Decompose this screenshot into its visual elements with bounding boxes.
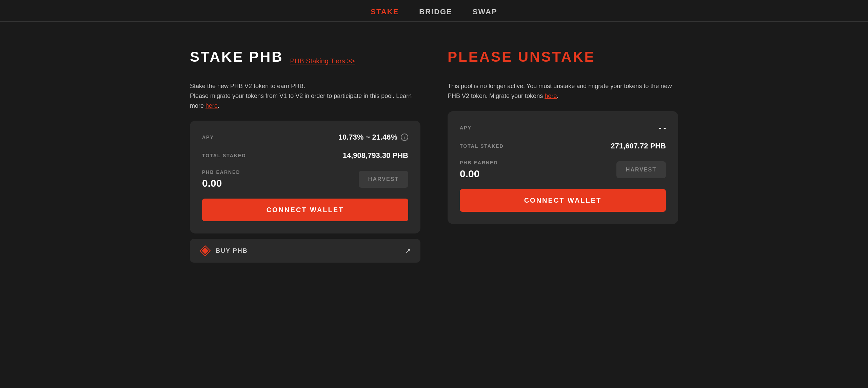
- unstake-apy-label: APY: [460, 125, 472, 130]
- unstake-earned-label-group: PHB EARNED 0.00: [460, 160, 498, 180]
- unstake-here-link[interactable]: here: [545, 93, 557, 99]
- phb-earned-value: 0.00: [202, 178, 240, 189]
- phb-earned-row: PHB EARNED 0.00 HARVEST: [202, 169, 408, 189]
- stake-description: Stake the new PHB V2 token to earn PHB. …: [190, 81, 420, 110]
- unstake-section: PLEASE UNSTAKE This pool is no longer ac…: [448, 49, 678, 263]
- unstake-phb-earned-label: PHB EARNED: [460, 160, 498, 165]
- total-staked-label: TOTAL STAKED: [202, 153, 246, 158]
- nav-item-bridge[interactable]: BRIDGE: [419, 7, 452, 16]
- stake-card: APY 10.73% ~ 21.46% i TOTAL STAKED 14,90…: [190, 121, 420, 233]
- main-content: STAKE PHB PHB Staking Tiers >> Stake the…: [0, 22, 868, 290]
- stake-title-row: STAKE PHB PHB Staking Tiers >>: [190, 49, 420, 73]
- staking-tiers-link[interactable]: PHB Staking Tiers >>: [290, 57, 355, 65]
- nav: STAKE BRIDGE SWAP: [371, 3, 497, 21]
- stake-learn-more-link[interactable]: here: [205, 102, 218, 109]
- unstake-title-row: PLEASE UNSTAKE: [448, 49, 678, 73]
- nav-item-swap[interactable]: SWAP: [473, 7, 497, 16]
- total-staked-row: TOTAL STAKED 14,908,793.30 PHB: [202, 151, 408, 160]
- phb-logo-icon: [199, 245, 211, 257]
- unstake-title: PLEASE UNSTAKE: [448, 49, 595, 65]
- stake-harvest-button[interactable]: HARVEST: [359, 171, 408, 188]
- stake-connect-wallet-button[interactable]: CONNECT WALLET: [202, 199, 408, 221]
- apy-value-group: 10.73% ~ 21.46% i: [338, 133, 408, 142]
- apy-value: 10.73% ~ 21.46%: [338, 133, 397, 142]
- unstake-total-staked-label: TOTAL STAKED: [460, 143, 504, 149]
- apy-row: APY 10.73% ~ 21.46% i: [202, 133, 408, 142]
- unstake-card: APY - - TOTAL STAKED 271,607.72 PHB PHB …: [448, 111, 678, 224]
- unstake-harvest-button[interactable]: HARVEST: [616, 161, 666, 178]
- nav-item-stake[interactable]: STAKE: [371, 7, 399, 16]
- buy-phb-left: BUY PHB: [199, 245, 248, 257]
- header-top-line: [434, 0, 434, 3]
- stake-section: STAKE PHB PHB Staking Tiers >> Stake the…: [190, 49, 420, 263]
- unstake-connect-wallet-button[interactable]: CONNECT WALLET: [460, 189, 666, 212]
- external-link-icon: ↗: [405, 247, 411, 255]
- total-staked-value: 14,908,793.30 PHB: [343, 151, 408, 160]
- earned-label-group: PHB EARNED 0.00: [202, 169, 240, 189]
- unstake-total-staked-row: TOTAL STAKED 271,607.72 PHB: [460, 142, 666, 150]
- unstake-apy-row: APY - -: [460, 123, 666, 132]
- buy-phb-label: BUY PHB: [216, 247, 248, 254]
- phb-earned-label: PHB EARNED: [202, 169, 240, 175]
- buy-phb-bar[interactable]: BUY PHB ↗: [190, 239, 420, 263]
- unstake-description: This pool is no longer active. You must …: [448, 81, 678, 101]
- apy-label: APY: [202, 135, 214, 140]
- apy-info-icon[interactable]: i: [401, 134, 408, 141]
- stake-title: STAKE PHB: [190, 49, 283, 65]
- unstake-apy-value: - -: [659, 123, 666, 132]
- unstake-phb-earned-value: 0.00: [460, 168, 498, 180]
- header: STAKE BRIDGE SWAP: [0, 0, 868, 21]
- unstake-total-staked-value: 271,607.72 PHB: [611, 142, 666, 150]
- unstake-phb-earned-row: PHB EARNED 0.00 HARVEST: [460, 160, 666, 180]
